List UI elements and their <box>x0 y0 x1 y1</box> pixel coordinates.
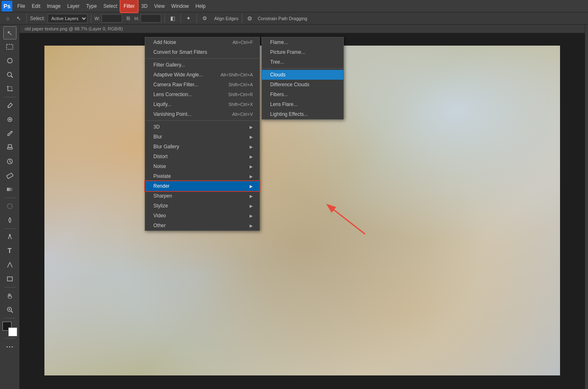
render-lens-flare[interactable]: Lens Flare... <box>262 99 343 109</box>
tools-panel: ↖ <box>0 25 20 389</box>
svg-point-12 <box>7 204 12 209</box>
filter-blur-gallery[interactable]: Blur Gallery ▶ <box>145 142 259 152</box>
render-flame[interactable]: Flame... <box>262 37 343 47</box>
align-edges-label: Align Edges <box>214 16 238 21</box>
toolbar-divider-1 <box>26 14 27 23</box>
svg-rect-8 <box>7 147 12 149</box>
width-input[interactable] <box>102 14 122 23</box>
svg-point-3 <box>8 107 9 108</box>
blur-tool-btn[interactable] <box>3 200 16 213</box>
filter-sep-1 <box>145 58 259 59</box>
svg-rect-14 <box>7 277 12 281</box>
dodge-tool-btn[interactable] <box>3 214 16 227</box>
color-swatch[interactable] <box>2 322 17 336</box>
stamp-tool-btn[interactable] <box>3 141 16 154</box>
svg-rect-0 <box>7 44 13 49</box>
tool-divider-4 <box>4 287 16 288</box>
app-icon: Ps <box>2 1 12 12</box>
filter-gallery[interactable]: Filter Gallery... <box>145 60 259 70</box>
healing-tool-btn[interactable] <box>3 113 16 126</box>
menu-file[interactable]: File <box>14 0 28 12</box>
filter-lens-correction[interactable]: Lens Correction... Shift+Ctrl+R <box>145 90 259 99</box>
constrain-path-label: Constrain Path Dragging <box>258 16 307 21</box>
render-submenu: Flame... Picture Frame... Tree... Clouds… <box>262 37 344 120</box>
transform-icon[interactable]: ◧ <box>168 14 177 23</box>
gradient-tool-btn[interactable] <box>3 183 16 196</box>
lasso-tool-btn[interactable] <box>3 54 16 67</box>
hand-tool-btn[interactable] <box>3 289 16 302</box>
crop-tool-btn[interactable] <box>3 82 16 95</box>
zoom-tool-btn[interactable] <box>3 303 16 316</box>
height-input[interactable] <box>141 14 161 23</box>
menubar: Ps File Edit Image Layer Type Select Fil… <box>0 0 588 12</box>
filter-add-noise[interactable]: Add Noise Alt+Ctrl+F <box>145 37 259 47</box>
more-tools-btn[interactable]: • • • <box>3 340 16 353</box>
toolbar-divider-5 <box>197 14 197 23</box>
select-label: Select: <box>30 16 45 21</box>
render-lighting-effects[interactable]: Lighting Effects... <box>262 109 343 119</box>
right-panel <box>585 25 588 389</box>
type-tool-btn[interactable]: T <box>3 244 16 258</box>
warp-icon[interactable]: ✦ <box>184 14 193 23</box>
pen-tool-btn[interactable] <box>3 230 16 244</box>
filter-pixelate[interactable]: Pixelate ▶ <box>145 171 259 181</box>
filter-render[interactable]: Render ▶ <box>145 181 259 191</box>
render-tree[interactable]: Tree... <box>262 57 343 67</box>
select-dropdown[interactable]: Active Layers <box>48 14 88 23</box>
filter-video[interactable]: Video ▶ <box>145 211 259 221</box>
path-tool-btn[interactable] <box>3 258 16 272</box>
filter-sharpen[interactable]: Sharpen ▶ <box>145 191 259 201</box>
eyedropper-tool-btn[interactable] <box>3 99 16 112</box>
filter-vanishing-point[interactable]: Vanishing Point... Alt+Ctrl+V <box>145 109 259 119</box>
filter-distort[interactable]: Distort ▶ <box>145 152 259 161</box>
menu-type[interactable]: Type <box>83 0 100 12</box>
filter-adaptive-wide[interactable]: Adaptive Wide Angle... Alt+Shift+Ctrl+A <box>145 70 259 80</box>
filter-blur[interactable]: Blur ▶ <box>145 132 259 142</box>
gear-icon[interactable]: ⚙ <box>245 14 255 23</box>
menu-image[interactable]: Image <box>44 0 64 12</box>
menu-layer[interactable]: Layer <box>64 0 83 12</box>
eraser-tool-btn[interactable] <box>3 169 16 182</box>
filter-noise[interactable]: Noise ▶ <box>145 161 259 171</box>
settings-icon[interactable]: ⚙ <box>200 14 209 23</box>
menu-help[interactable]: Help <box>192 0 209 12</box>
quick-select-tool-btn[interactable] <box>3 68 16 81</box>
toolbar-divider-4 <box>181 14 181 23</box>
menu-edit[interactable]: Edit <box>28 0 44 12</box>
history-tool-btn[interactable] <box>3 155 16 168</box>
filter-camera-raw[interactable]: Camera Raw Filter... Shift+Ctrl+A <box>145 80 259 90</box>
menu-window[interactable]: Window <box>168 0 192 12</box>
move-tool-btn[interactable]: ↖ <box>3 26 16 39</box>
filter-other[interactable]: Other ▶ <box>145 221 259 230</box>
menu-filter[interactable]: Filter <box>120 0 138 12</box>
filter-stylize[interactable]: Stylize ▶ <box>145 201 259 211</box>
render-fibers[interactable]: Fibers... <box>262 90 343 99</box>
filter-convert-smart[interactable]: Convert for Smart Filters <box>145 47 259 57</box>
svg-line-2 <box>11 76 13 78</box>
filter-liquify[interactable]: Liquify... Shift+Ctrl+X <box>145 99 259 109</box>
toolbar-divider-3 <box>164 14 165 23</box>
menu-select[interactable]: Select <box>100 0 120 12</box>
menu-3d[interactable]: 3D <box>138 0 150 12</box>
home-icon[interactable]: ⌂ <box>3 14 12 23</box>
render-difference-clouds[interactable]: Difference Clouds <box>262 80 343 90</box>
background-color[interactable] <box>8 327 17 336</box>
tool-divider-6 <box>4 338 16 338</box>
move-tool-icon[interactable]: ↖ <box>14 14 23 23</box>
marquee-tool-btn[interactable] <box>3 40 16 53</box>
brush-tool-btn[interactable] <box>3 127 16 140</box>
shape-tool-btn[interactable] <box>3 272 16 285</box>
tool-divider-5 <box>4 318 16 318</box>
filter-3d[interactable]: 3D ▶ <box>145 122 259 132</box>
w-label: W: <box>95 16 100 21</box>
link-icon[interactable]: ⛓ <box>124 14 133 23</box>
svg-line-16 <box>11 311 13 313</box>
canvas-title: old paper texture.png @ 88.7% (Layer 0, … <box>20 25 585 33</box>
filter-menu: Add Noise Alt+Ctrl+F Convert for Smart F… <box>145 37 260 231</box>
render-clouds[interactable]: Clouds <box>262 70 343 80</box>
menu-view[interactable]: View <box>151 0 168 12</box>
main-area: ↖ <box>0 25 588 389</box>
svg-rect-11 <box>7 188 13 191</box>
tool-divider-1 <box>4 97 16 97</box>
render-picture-frame[interactable]: Picture Frame... <box>262 47 343 57</box>
